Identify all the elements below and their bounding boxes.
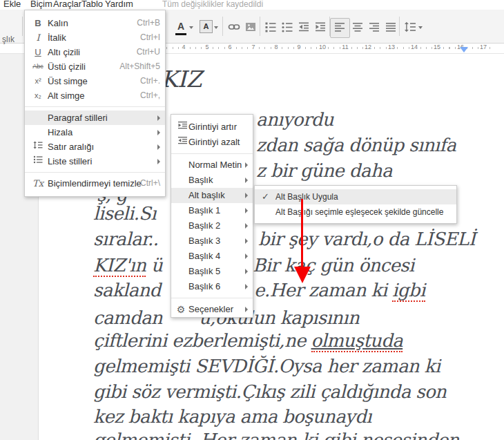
menu-tablo[interactable]: Tablo: [81, 0, 103, 9]
highlight-dropdown-icon[interactable]: [214, 26, 218, 29]
document-line: gelmemişti. Her zaman ki gibi neşesinden: [93, 431, 459, 440]
gear-icon: ⚙: [173, 302, 188, 317]
menu-item-label: Başlık 6: [188, 281, 220, 291]
menu-item-kalin[interactable]: B Kalın Ctrl+B: [25, 16, 165, 30]
right-indent-marker[interactable]: [460, 47, 468, 52]
menu-item-baslik-3[interactable]: Başlık 3: [171, 233, 253, 249]
align-left-icon: [333, 21, 346, 33]
menu-item-alt-baslik-uygula[interactable]: ✓ Alt Başlık Uygula: [255, 189, 456, 204]
increase-indent-button[interactable]: [313, 19, 328, 35]
annotation-arrow-head: [294, 267, 311, 283]
google-docs-window: KIZ anıyordu zdan sağa dönüp sınıfa z bi…: [0, 0, 504, 440]
menu-item-label: Normal Metin: [188, 160, 242, 170]
menu-item-normal-metin[interactable]: Normal Metin: [171, 157, 253, 173]
line-spacing-icon: [30, 140, 46, 154]
line-spacing-dropdown-icon[interactable]: [418, 26, 423, 29]
line-spacing-button[interactable]: [403, 19, 418, 35]
menu-item-label: Biçimlendirmeyi temizle: [48, 178, 142, 189]
menu-item-girintiyi-artir[interactable]: Girintiyi artır: [171, 119, 253, 135]
subtitle-submenu: ✓ Alt Başlık Uygula Alt Başlığı seçimle …: [254, 185, 457, 224]
align-center-icon: [351, 21, 364, 33]
text-color-button[interactable]: A: [175, 20, 186, 35]
menu-bicim[interactable]: Biçim: [30, 0, 52, 9]
document-line: çiftlerini ezberlemişti,ne olmuştuda: [93, 332, 403, 350]
toolbar-separator: [222, 17, 223, 36]
menu-item-label: Başlık 2: [188, 220, 220, 231]
paragraph-style-dropdown[interactable]: şlık: [2, 35, 14, 44]
menu-item-hizala[interactable]: Hizala: [25, 125, 165, 140]
annotation-arrow-line: [301, 199, 303, 268]
checkmark-icon: ✓: [262, 189, 269, 204]
menu-item-bicimlendirmeyi-temizle[interactable]: Tx Biçimlendirmeyi temizle Ctrl+\: [25, 176, 165, 191]
submenu-arrow-icon: [245, 307, 248, 312]
menu-item-baslik[interactable]: Başlık: [171, 173, 253, 188]
menu-item-label: Başlık 1: [188, 205, 220, 216]
menu-separator: [25, 106, 165, 107]
ruler-number: 14: [409, 44, 419, 50]
insert-image-button[interactable]: [243, 19, 258, 35]
menu-yardim[interactable]: Yardım: [105, 0, 133, 9]
menu-araclar[interactable]: Araçlar: [53, 0, 81, 9]
menu-item-satir-araligi[interactable]: Satır aralığı: [25, 140, 165, 154]
menu-item-label: Alt Başlık Uygula: [275, 192, 338, 202]
document-line: e.Her zaman ki igbi: [254, 281, 425, 299]
menu-item-label: Girintiyi artır: [188, 122, 237, 132]
menu-item-baslik-1[interactable]: Başlık 1: [171, 203, 253, 218]
insert-link-button[interactable]: [226, 19, 242, 35]
menu-item-secenekler[interactable]: ⚙ Seçenekler: [171, 302, 253, 317]
submenu-arrow-icon: [245, 238, 248, 244]
menu-item-label: Seçenekler: [188, 304, 233, 314]
menu-item-label: Başlık 5: [188, 266, 220, 276]
submenu-arrow-icon: [245, 193, 248, 198]
menu-item-label: Alt simge: [48, 90, 84, 101]
align-justify-icon: [385, 21, 397, 33]
menu-item-alt-basligi-guncelle[interactable]: Alt Başlığı seçimle eşleşecek şekilde gü…: [255, 204, 456, 220]
menu-item-label: Altı çizili: [48, 47, 80, 57]
menu-item-baslik-6[interactable]: Başlık 6: [171, 279, 253, 294]
menu-item-label: Hizala: [48, 127, 72, 137]
increase-indent-icon: [175, 119, 190, 135]
menu-item-baslik-2[interactable]: Başlık 2: [171, 218, 253, 233]
ruler-number: 11: [340, 44, 349, 50]
toolbar-separator: [399, 17, 400, 36]
menu-item-italik[interactable]: I İtalik Ctrl+I: [25, 30, 165, 45]
menu-item-girintiyi-azalt[interactable]: Girintiyi azalt: [171, 135, 253, 150]
document-line: gelmemişti SEVDİĞİ.Oysa her zaman ki: [93, 357, 440, 375]
bulleted-list-icon: [281, 21, 293, 33]
align-center-button[interactable]: [350, 19, 365, 35]
align-justify-button[interactable]: [383, 19, 398, 35]
menu-item-baslik-5[interactable]: Başlık 5: [171, 264, 253, 279]
align-right-button[interactable]: [367, 19, 382, 35]
decrease-indent-button[interactable]: [296, 19, 311, 35]
save-status: Tüm değişiklikler kaydedildi: [162, 0, 263, 9]
menu-item-ust-simge[interactable]: x² Üst simge Ctrl+.: [25, 74, 165, 88]
menu-item-alt-simge[interactable]: x₂ Alt simge Ctrl+,: [25, 88, 165, 103]
menu-item-label: Kalın: [48, 18, 68, 28]
menu-item-alt-baslik[interactable]: Alt başlık: [171, 188, 253, 203]
align-left-button[interactable]: [332, 19, 347, 35]
document-line: Bir kaç gün öncesi: [253, 256, 414, 274]
document-line: z bir güne daha: [256, 162, 392, 180]
menu-item-label: Satır aralığı: [48, 142, 94, 152]
shortcut: Ctrl+U: [137, 45, 160, 59]
numbered-list-button[interactable]: [263, 19, 278, 35]
bulleted-list-button[interactable]: [280, 19, 295, 35]
text-color-dropdown-icon[interactable]: [189, 26, 193, 29]
menu-ekle[interactable]: Ekle: [3, 0, 21, 9]
line-text: çiftlerini ezberlemişti,ne: [93, 330, 311, 351]
align-right-icon: [368, 21, 380, 33]
menu-item-alti-cizili[interactable]: U Altı çizili Ctrl+U: [25, 45, 165, 59]
document-line: gibi söz vermişti.Çıkış zili çaldığında …: [93, 383, 446, 401]
menu-item-ustu-cizili[interactable]: Abc Üstü çizili Alt+Shift+5: [25, 59, 165, 74]
menu-item-paragraf-stilleri[interactable]: Paragraf stilleri: [25, 111, 165, 125]
shortcut: Ctrl+,: [140, 88, 160, 103]
submenu-arrow-icon: [245, 284, 248, 289]
highlight-color-button[interactable]: A: [200, 20, 213, 33]
menu-item-label: İtalik: [48, 32, 66, 43]
menu-item-liste-stilleri[interactable]: Liste stilleri: [25, 154, 165, 169]
misspelled-word: KIZ'ın: [93, 255, 146, 277]
menu-item-label: Alt başlık: [188, 190, 225, 200]
menu-item-baslik-4[interactable]: Başlık 4: [171, 249, 253, 264]
submenu-arrow-icon: [245, 223, 248, 229]
document-line: liseli.Sı: [93, 204, 156, 222]
